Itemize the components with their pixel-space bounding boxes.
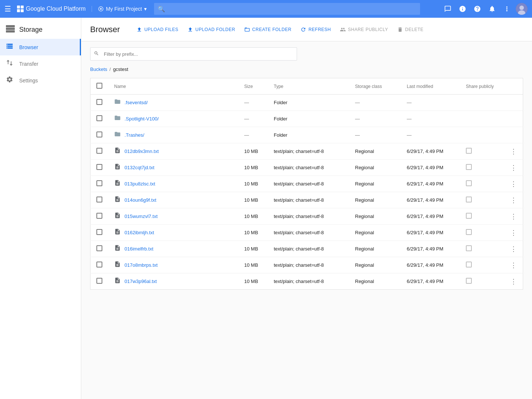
more-actions-icon[interactable]: ⋮	[510, 278, 517, 285]
row-checkbox[interactable]	[96, 132, 102, 137]
sidebar-item-browser[interactable]: Browser	[0, 39, 81, 55]
help-icon[interactable]	[471, 3, 483, 15]
refresh-icon	[300, 27, 306, 33]
top-navigation: ☰ Google Cloud Platform My First Project…	[0, 0, 532, 18]
row-checkbox[interactable]	[96, 278, 102, 284]
refresh-button[interactable]: REFRESH	[296, 24, 335, 35]
search-input[interactable]	[154, 3, 420, 15]
more-actions-icon[interactable]: ⋮	[510, 148, 517, 155]
table-row: 016imelfrb.txt 10 MB text/plain; charset…	[91, 241, 523, 257]
avatar[interactable]	[516, 3, 528, 15]
share-checkbox[interactable]	[466, 278, 472, 284]
file-link[interactable]: 0132cqt7jd.txt	[125, 165, 154, 170]
more-actions-icon[interactable]: ⋮	[510, 164, 517, 171]
share-checkbox[interactable]	[466, 245, 472, 251]
search-bar: 🔍	[154, 3, 420, 15]
row-checkbox[interactable]	[96, 245, 102, 251]
more-actions-icon[interactable]: ⋮	[510, 229, 517, 236]
row-actions-cell: ⋮	[504, 208, 523, 225]
row-checkbox[interactable]	[96, 262, 102, 267]
sidebar-item-transfer[interactable]: Transfer	[0, 55, 81, 72]
more-actions-icon[interactable]: ⋮	[510, 213, 517, 220]
more-actions-icon[interactable]: ⋮	[510, 245, 517, 253]
row-name-cell: 0132cqt7jd.txt	[108, 160, 238, 176]
table-row: 017o8mbrps.txt 10 MB text/plain; charset…	[91, 257, 523, 273]
row-share-cell	[460, 241, 504, 257]
row-checkbox-cell	[91, 257, 109, 273]
row-checkbox[interactable]	[96, 99, 102, 105]
upload-files-icon	[136, 27, 142, 33]
col-modified-header: Last modified	[401, 78, 460, 95]
more-actions-icon[interactable]: ⋮	[510, 197, 517, 204]
file-link[interactable]: 013pu8zlsc.txt	[125, 181, 155, 187]
row-checkbox[interactable]	[96, 164, 102, 170]
share-checkbox[interactable]	[466, 164, 472, 170]
upload-files-button[interactable]: UPLOAD FILES	[132, 24, 183, 35]
col-name-header: Name	[108, 78, 238, 95]
row-checkbox[interactable]	[96, 180, 102, 186]
file-link[interactable]: 015wumzvl7.txt	[125, 214, 158, 219]
svg-rect-6	[6, 28, 15, 30]
file-link[interactable]: 012db9x3mn.txt	[125, 149, 159, 154]
project-name: My First Project	[106, 6, 142, 12]
share-checkbox[interactable]	[466, 180, 472, 186]
row-share-cell	[460, 192, 504, 208]
file-link[interactable]: 017o8mbrps.txt	[125, 262, 158, 268]
file-icon	[114, 277, 121, 286]
share-checkbox[interactable]	[466, 213, 472, 219]
more-actions-icon[interactable]: ⋮	[510, 180, 517, 188]
file-link[interactable]: 0162ibmljh.txt	[125, 230, 154, 235]
row-checkbox[interactable]	[96, 213, 102, 219]
row-checkbox[interactable]	[96, 197, 102, 202]
row-checkbox[interactable]	[96, 229, 102, 235]
breadcrumb-buckets[interactable]: Buckets	[90, 66, 107, 72]
sidebar-item-settings-label: Settings	[19, 78, 38, 83]
row-name-cell: 017o8mbrps.txt	[108, 257, 238, 273]
share-checkbox[interactable]	[466, 197, 472, 202]
row-actions-cell: ⋮	[504, 241, 523, 257]
sidebar-header: Storage	[0, 21, 81, 39]
row-actions-cell	[504, 127, 523, 143]
folder-link[interactable]: .Spotlight-V100/	[125, 116, 159, 122]
row-share-cell	[460, 225, 504, 241]
search-icon: 🔍	[158, 6, 165, 13]
file-link[interactable]: 017w3p96al.txt	[125, 279, 157, 284]
sidebar-item-settings[interactable]: Settings	[0, 72, 81, 89]
row-size-cell: 10 MB	[238, 273, 268, 290]
row-size-cell: 10 MB	[238, 225, 268, 241]
row-modified-cell: —	[401, 127, 460, 143]
row-checkbox[interactable]	[96, 148, 102, 154]
share-publicly-button[interactable]: SHARE PUBLICLY	[335, 24, 393, 35]
notifications-icon[interactable]	[486, 3, 498, 15]
delete-button[interactable]: DELETE	[393, 24, 428, 35]
svg-rect-5	[6, 25, 15, 27]
folder-link[interactable]: .Trashes/	[125, 132, 144, 138]
toolbar: Browser UPLOAD FILES UPLOAD FOLDER CREAT…	[81, 18, 532, 41]
svg-point-3	[519, 6, 524, 10]
breadcrumb-current: gcstest	[113, 66, 128, 72]
select-all-checkbox[interactable]	[96, 83, 102, 89]
filter-input[interactable]	[90, 47, 297, 61]
info-icon[interactable]	[457, 3, 468, 15]
row-checkbox-cell	[91, 143, 109, 160]
create-folder-button[interactable]: CREATE FOLDER	[240, 24, 296, 35]
menu-icon[interactable]: ☰	[4, 4, 11, 13]
brand-name: Google Cloud Platform	[26, 6, 86, 12]
share-checkbox[interactable]	[466, 229, 472, 235]
folder-link[interactable]: .fseventsd/	[125, 100, 148, 105]
transfer-nav-icon	[6, 59, 13, 68]
row-name-cell: 017w3p96al.txt	[108, 273, 238, 290]
row-checkbox[interactable]	[96, 115, 102, 121]
row-actions-cell	[504, 95, 523, 111]
row-type-cell: Folder	[268, 111, 349, 127]
file-link[interactable]: 016imelfrb.txt	[125, 246, 153, 252]
more-options-icon[interactable]	[501, 3, 513, 15]
more-actions-icon[interactable]: ⋮	[510, 262, 517, 269]
share-publicly-icon	[340, 27, 346, 33]
share-checkbox[interactable]	[466, 148, 472, 154]
file-link[interactable]: 014oun6g9f.txt	[125, 197, 156, 203]
project-selector[interactable]: My First Project ▾	[92, 6, 147, 12]
upload-folder-button[interactable]: UPLOAD FOLDER	[183, 24, 240, 35]
feedback-icon[interactable]	[442, 3, 454, 15]
share-checkbox[interactable]	[466, 262, 472, 267]
